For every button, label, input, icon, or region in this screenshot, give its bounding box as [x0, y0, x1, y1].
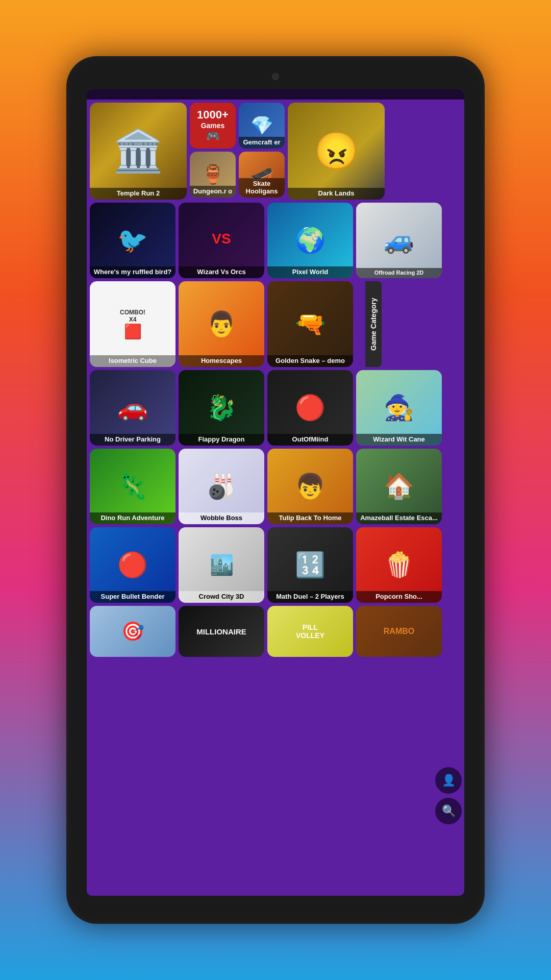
game-tile-math-duel-2-players[interactable]: 🔢 Math Duel – 2 Players — [267, 527, 353, 603]
game-tile-dungeon-ro[interactable]: 🏺 Dungeon.r o — [190, 152, 236, 198]
game-label-math-duel-2-players: Math Duel – 2 Players — [267, 591, 353, 603]
game-tile-offroad-racing[interactable]: 🚙 Offroad Racing 2D — [356, 203, 442, 278]
game-label-super-bullet-bender: Super Bullet Bender — [90, 591, 176, 603]
game-tile-wobble-boss[interactable]: 🎳 Wobble Boss — [179, 449, 264, 524]
game-label-pill-volley: PILL VOLLEY — [289, 623, 332, 640]
game-tile-wheres-bird[interactable]: 🐦 Where's my ruffled bird? — [90, 203, 176, 278]
game-tile-temple-run-2[interactable]: 🏛️ Temple Run 2 — [90, 103, 187, 200]
game-tile-outofmiind[interactable]: 🔴 OutOfMiind — [267, 370, 353, 446]
game-label-golden-snake: Golden Snake – demo — [267, 355, 353, 367]
game-label-amazeball-estate: Amazeball Estate Esca... — [356, 512, 442, 524]
game-label-dark-lands: Dark Lands — [288, 188, 385, 200]
side-tab-container: Game Category — [356, 281, 391, 367]
screen: 🏛️ Temple Run 2 1000+ Games 🎮 — [87, 89, 464, 896]
game-label-millionaire: MILLIONAIRE — [196, 627, 246, 636]
screen-header — [87, 89, 464, 100]
game-tile-rambo[interactable]: RAMBO — [356, 606, 442, 657]
game-tile-gemcrafter[interactable]: 💎 Gemcraft er — [239, 103, 285, 149]
game-label-temple-run-2: Temple Run 2 — [90, 188, 187, 200]
game-tile-millionaire[interactable]: MILLIONAIRE — [179, 606, 264, 657]
game-tile-crowd-city-3d[interactable]: 🏙️ Crowd City 3D — [179, 527, 264, 603]
game-label-tulip-back-to-home: Tulip Back To Home — [267, 512, 353, 524]
game-tile-amazeball-estate[interactable]: 🏠 Amazeball Estate Esca... — [356, 449, 442, 524]
profile-icon[interactable]: 👤 — [435, 767, 462, 794]
device: 🏛️ Temple Run 2 1000+ Games 🎮 — [66, 56, 485, 924]
game-tile-no-driver-parking[interactable]: 🚗 No Driver Parking — [90, 370, 176, 446]
game-row-7: 🎯 MILLIONAIRE PILL VOLLEY RAMBO — [90, 606, 461, 657]
game-label-pixel-world: Pixel World — [267, 266, 353, 278]
overlay-icons: 👤 🔍 — [435, 767, 462, 824]
badge-1000-icon: 🎮 — [206, 130, 220, 143]
game-label-wizard-wit-cane: Wizard Wit Cane — [356, 434, 442, 446]
game-tile-tulip-back-to-home[interactable]: 👦 Tulip Back To Home — [267, 449, 353, 524]
small-stack-col-1: 1000+ Games 🎮 🏺 Dungeon.r o — [190, 103, 236, 200]
game-label-no-driver-parking: No Driver Parking — [90, 434, 176, 446]
game-tile-dark-lands[interactable]: 😠 Dark Lands — [288, 103, 385, 200]
game-tile-flappy-dragon[interactable]: 🐉 Flappy Dragon — [179, 370, 264, 446]
badge-1000-txt: Games — [201, 121, 225, 130]
game-row-4: 🚗 No Driver Parking 🐉 Flappy Dragon 🔴 Ou… — [90, 370, 461, 446]
game-label-gemcrafter: Gemcraft er — [239, 137, 285, 149]
front-camera — [272, 73, 279, 80]
game-tile-isometric-cube[interactable]: COMBO!X4 🟥 Isometric Cube — [90, 281, 176, 367]
game-label-offroad-racing: Offroad Racing 2D — [356, 268, 442, 278]
game-tile-homescapes[interactable]: 👨 Homescapes — [179, 281, 264, 367]
game-tile-skate-hooligans[interactable]: 🛹 Skate Hooligans — [239, 152, 285, 198]
game-tile-dino-run[interactable]: 🦎 Dino Run Adventure — [90, 449, 176, 524]
game-label-rambo: RAMBO — [384, 627, 414, 636]
game-tile-pixel-world[interactable]: 🌍 Pixel World — [267, 203, 353, 278]
game-row-3: COMBO!X4 🟥 Isometric Cube 👨 Homescapes 🔫… — [90, 281, 461, 367]
badge-1000-num: 1000+ — [197, 108, 229, 121]
game-tile-pill-volley[interactable]: PILL VOLLEY — [267, 606, 353, 657]
game-label-outofmiind: OutOfMiind — [267, 434, 353, 446]
game-label-dino-run: Dino Run Adventure — [90, 512, 176, 524]
game-label-wheres-bird: Where's my ruffled bird? — [90, 266, 176, 278]
game-tile-wizard-wit-cane[interactable]: 🧙 Wizard Wit Cane — [356, 370, 442, 446]
game-label-wizard-vs-orcs: Wizard Vs Orcs — [179, 266, 264, 278]
small-stack-col-2: 💎 Gemcraft er 🛹 Skate Hooligans — [239, 103, 285, 200]
game-label-homescapes: Homescapes — [179, 355, 264, 367]
game-label-isometric-cube: Isometric Cube — [90, 355, 176, 367]
game-tile-wizard-vs-orcs[interactable]: VS Wizard Vs Orcs — [179, 203, 264, 278]
game-label-wobble-boss: Wobble Boss — [179, 512, 264, 524]
search-icon[interactable]: 🔍 — [435, 798, 462, 824]
game-row-2: 🐦 Where's my ruffled bird? VS Wizard Vs … — [90, 203, 461, 278]
device-top — [77, 66, 474, 87]
game-tile-popcorn-sho[interactable]: 🍿 Popcorn Sho... — [356, 527, 442, 603]
game-row-5: 🦎 Dino Run Adventure 🎳 Wobble Boss 👦 Tul… — [90, 449, 461, 524]
game-row-1: 🏛️ Temple Run 2 1000+ Games 🎮 — [90, 103, 461, 200]
game-row-6: 🔴 Super Bullet Bender 🏙️ Crowd City 3D 🔢… — [90, 527, 461, 603]
game-label-flappy-dragon: Flappy Dragon — [179, 434, 264, 446]
game-grid: 🏛️ Temple Run 2 1000+ Games 🎮 — [87, 100, 464, 896]
game-label-crowd-city-3d: Crowd City 3D — [179, 591, 264, 603]
game-tile-super-bullet-bender[interactable]: 🔴 Super Bullet Bender — [90, 527, 176, 603]
game-label-skate-hooligans: Skate Hooligans — [239, 178, 285, 198]
game-tile-circle-game[interactable]: 🎯 — [90, 606, 176, 657]
game-tile-golden-snake[interactable]: 🔫 Golden Snake – demo — [267, 281, 353, 367]
game-label-popcorn-sho: Popcorn Sho... — [356, 591, 442, 603]
game-category-tab[interactable]: Game Category — [365, 281, 382, 367]
game-tile-1000-games[interactable]: 1000+ Games 🎮 — [190, 103, 236, 149]
game-label-dungeon-ro: Dungeon.r o — [190, 186, 236, 198]
